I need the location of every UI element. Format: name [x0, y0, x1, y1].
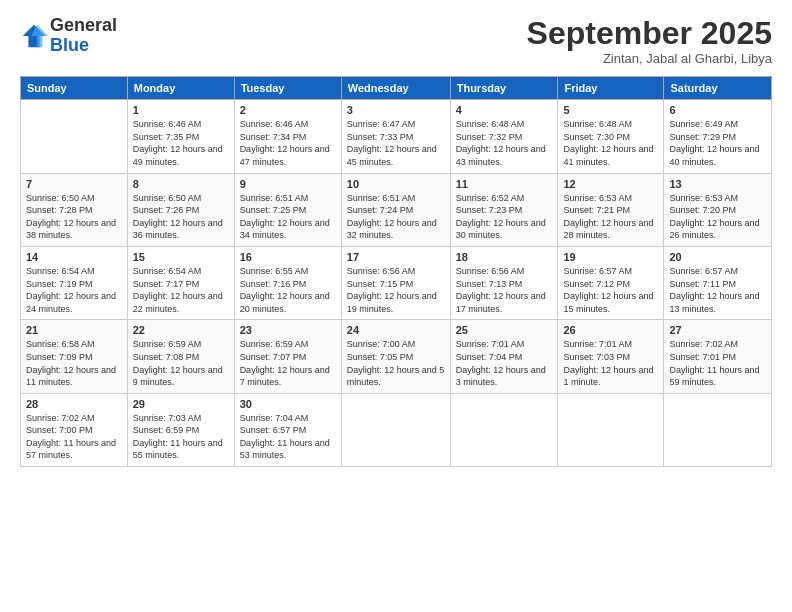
- col-sunday: Sunday: [21, 77, 128, 100]
- day-info: Sunrise: 6:59 AM Sunset: 7:07 PM Dayligh…: [240, 338, 336, 388]
- calendar-cell: 28 Sunrise: 7:02 AM Sunset: 7:00 PM Dayl…: [21, 393, 128, 466]
- calendar-cell: [341, 393, 450, 466]
- day-info: Sunrise: 7:02 AM Sunset: 7:01 PM Dayligh…: [669, 338, 766, 388]
- day-number: 26: [563, 324, 658, 336]
- day-info: Sunrise: 6:56 AM Sunset: 7:15 PM Dayligh…: [347, 265, 445, 315]
- logo-general: General: [50, 16, 117, 36]
- calendar-table: Sunday Monday Tuesday Wednesday Thursday…: [20, 76, 772, 467]
- calendar-cell: 12 Sunrise: 6:53 AM Sunset: 7:21 PM Dayl…: [558, 173, 664, 246]
- calendar-cell: 16 Sunrise: 6:55 AM Sunset: 7:16 PM Dayl…: [234, 246, 341, 319]
- calendar-cell: 24 Sunrise: 7:00 AM Sunset: 7:05 PM Dayl…: [341, 320, 450, 393]
- calendar-cell: 6 Sunrise: 6:49 AM Sunset: 7:29 PM Dayli…: [664, 100, 772, 173]
- calendar-cell: 4 Sunrise: 6:48 AM Sunset: 7:32 PM Dayli…: [450, 100, 558, 173]
- day-info: Sunrise: 6:58 AM Sunset: 7:09 PM Dayligh…: [26, 338, 122, 388]
- logo: General Blue: [20, 16, 117, 56]
- calendar-cell: 15 Sunrise: 6:54 AM Sunset: 7:17 PM Dayl…: [127, 246, 234, 319]
- calendar-cell: 14 Sunrise: 6:54 AM Sunset: 7:19 PM Dayl…: [21, 246, 128, 319]
- day-number: 29: [133, 398, 229, 410]
- day-number: 19: [563, 251, 658, 263]
- day-number: 16: [240, 251, 336, 263]
- calendar-cell: [21, 100, 128, 173]
- day-number: 23: [240, 324, 336, 336]
- day-info: Sunrise: 6:46 AM Sunset: 7:35 PM Dayligh…: [133, 118, 229, 168]
- day-number: 9: [240, 178, 336, 190]
- calendar-cell: [664, 393, 772, 466]
- day-info: Sunrise: 6:53 AM Sunset: 7:21 PM Dayligh…: [563, 192, 658, 242]
- day-number: 27: [669, 324, 766, 336]
- day-info: Sunrise: 6:50 AM Sunset: 7:28 PM Dayligh…: [26, 192, 122, 242]
- calendar-cell: 29 Sunrise: 7:03 AM Sunset: 6:59 PM Dayl…: [127, 393, 234, 466]
- day-info: Sunrise: 6:51 AM Sunset: 7:24 PM Dayligh…: [347, 192, 445, 242]
- calendar-cell: 27 Sunrise: 7:02 AM Sunset: 7:01 PM Dayl…: [664, 320, 772, 393]
- day-info: Sunrise: 6:55 AM Sunset: 7:16 PM Dayligh…: [240, 265, 336, 315]
- calendar-cell: 9 Sunrise: 6:51 AM Sunset: 7:25 PM Dayli…: [234, 173, 341, 246]
- calendar-cell: 8 Sunrise: 6:50 AM Sunset: 7:26 PM Dayli…: [127, 173, 234, 246]
- day-info: Sunrise: 6:59 AM Sunset: 7:08 PM Dayligh…: [133, 338, 229, 388]
- day-info: Sunrise: 6:50 AM Sunset: 7:26 PM Dayligh…: [133, 192, 229, 242]
- calendar-cell: 10 Sunrise: 6:51 AM Sunset: 7:24 PM Dayl…: [341, 173, 450, 246]
- day-info: Sunrise: 6:56 AM Sunset: 7:13 PM Dayligh…: [456, 265, 553, 315]
- calendar-week-row: 21 Sunrise: 6:58 AM Sunset: 7:09 PM Dayl…: [21, 320, 772, 393]
- month-title: September 2025: [527, 16, 772, 51]
- col-saturday: Saturday: [664, 77, 772, 100]
- calendar-cell: 23 Sunrise: 6:59 AM Sunset: 7:07 PM Dayl…: [234, 320, 341, 393]
- day-number: 22: [133, 324, 229, 336]
- day-info: Sunrise: 6:57 AM Sunset: 7:11 PM Dayligh…: [669, 265, 766, 315]
- calendar-cell: 3 Sunrise: 6:47 AM Sunset: 7:33 PM Dayli…: [341, 100, 450, 173]
- day-info: Sunrise: 6:54 AM Sunset: 7:17 PM Dayligh…: [133, 265, 229, 315]
- day-number: 10: [347, 178, 445, 190]
- logo-blue: Blue: [50, 36, 117, 56]
- page: General Blue September 2025 Zintan, Jaba…: [0, 0, 792, 612]
- col-wednesday: Wednesday: [341, 77, 450, 100]
- day-number: 14: [26, 251, 122, 263]
- day-number: 4: [456, 104, 553, 116]
- day-number: 2: [240, 104, 336, 116]
- calendar-cell: [450, 393, 558, 466]
- day-info: Sunrise: 6:46 AM Sunset: 7:34 PM Dayligh…: [240, 118, 336, 168]
- col-monday: Monday: [127, 77, 234, 100]
- day-number: 1: [133, 104, 229, 116]
- day-number: 8: [133, 178, 229, 190]
- day-info: Sunrise: 6:51 AM Sunset: 7:25 PM Dayligh…: [240, 192, 336, 242]
- day-info: Sunrise: 6:53 AM Sunset: 7:20 PM Dayligh…: [669, 192, 766, 242]
- day-info: Sunrise: 6:57 AM Sunset: 7:12 PM Dayligh…: [563, 265, 658, 315]
- calendar-cell: 2 Sunrise: 6:46 AM Sunset: 7:34 PM Dayli…: [234, 100, 341, 173]
- calendar-cell: 11 Sunrise: 6:52 AM Sunset: 7:23 PM Dayl…: [450, 173, 558, 246]
- day-info: Sunrise: 7:04 AM Sunset: 6:57 PM Dayligh…: [240, 412, 336, 462]
- day-number: 13: [669, 178, 766, 190]
- day-info: Sunrise: 6:47 AM Sunset: 7:33 PM Dayligh…: [347, 118, 445, 168]
- day-number: 25: [456, 324, 553, 336]
- calendar-cell: [558, 393, 664, 466]
- day-number: 17: [347, 251, 445, 263]
- day-number: 11: [456, 178, 553, 190]
- calendar-cell: 20 Sunrise: 6:57 AM Sunset: 7:11 PM Dayl…: [664, 246, 772, 319]
- calendar-header-row: Sunday Monday Tuesday Wednesday Thursday…: [21, 77, 772, 100]
- calendar-cell: 30 Sunrise: 7:04 AM Sunset: 6:57 PM Dayl…: [234, 393, 341, 466]
- title-area: September 2025 Zintan, Jabal al Gharbi, …: [527, 16, 772, 66]
- day-number: 24: [347, 324, 445, 336]
- calendar-week-row: 28 Sunrise: 7:02 AM Sunset: 7:00 PM Dayl…: [21, 393, 772, 466]
- calendar-cell: 21 Sunrise: 6:58 AM Sunset: 7:09 PM Dayl…: [21, 320, 128, 393]
- day-number: 18: [456, 251, 553, 263]
- calendar-cell: 17 Sunrise: 6:56 AM Sunset: 7:15 PM Dayl…: [341, 246, 450, 319]
- day-number: 30: [240, 398, 336, 410]
- calendar-cell: 13 Sunrise: 6:53 AM Sunset: 7:20 PM Dayl…: [664, 173, 772, 246]
- calendar-cell: 22 Sunrise: 6:59 AM Sunset: 7:08 PM Dayl…: [127, 320, 234, 393]
- col-friday: Friday: [558, 77, 664, 100]
- calendar-cell: 7 Sunrise: 6:50 AM Sunset: 7:28 PM Dayli…: [21, 173, 128, 246]
- col-tuesday: Tuesday: [234, 77, 341, 100]
- day-info: Sunrise: 6:48 AM Sunset: 7:30 PM Dayligh…: [563, 118, 658, 168]
- day-number: 3: [347, 104, 445, 116]
- day-info: Sunrise: 6:54 AM Sunset: 7:19 PM Dayligh…: [26, 265, 122, 315]
- day-info: Sunrise: 7:01 AM Sunset: 7:04 PM Dayligh…: [456, 338, 553, 388]
- day-info: Sunrise: 7:03 AM Sunset: 6:59 PM Dayligh…: [133, 412, 229, 462]
- day-number: 7: [26, 178, 122, 190]
- day-info: Sunrise: 6:49 AM Sunset: 7:29 PM Dayligh…: [669, 118, 766, 168]
- day-info: Sunrise: 7:02 AM Sunset: 7:00 PM Dayligh…: [26, 412, 122, 462]
- day-info: Sunrise: 6:52 AM Sunset: 7:23 PM Dayligh…: [456, 192, 553, 242]
- header: General Blue September 2025 Zintan, Jaba…: [20, 16, 772, 66]
- calendar-cell: 5 Sunrise: 6:48 AM Sunset: 7:30 PM Dayli…: [558, 100, 664, 173]
- calendar-week-row: 14 Sunrise: 6:54 AM Sunset: 7:19 PM Dayl…: [21, 246, 772, 319]
- day-number: 12: [563, 178, 658, 190]
- logo-icon: [20, 22, 48, 50]
